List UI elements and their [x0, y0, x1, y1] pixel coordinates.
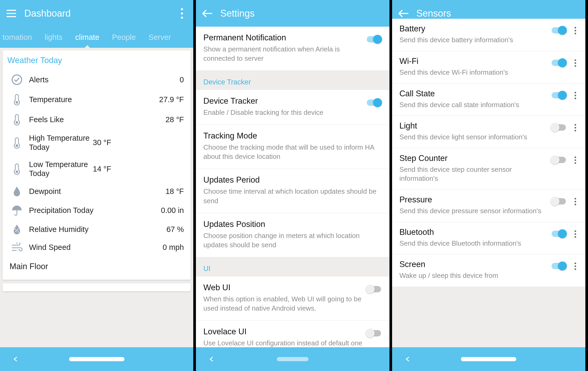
toggle-switch[interactable] — [551, 155, 567, 165]
sensor-light[interactable]: Light Send this device light sensor info… — [392, 116, 585, 148]
overflow-icon[interactable] — [571, 156, 580, 164]
toggle-switch[interactable] — [366, 329, 382, 338]
weather-row-low[interactable]: Low Temperature Today 14 °F — [7, 156, 186, 182]
overflow-icon[interactable] — [571, 124, 580, 132]
menu-icon[interactable] — [6, 8, 17, 19]
sensor-step-counter[interactable]: Step Counter Send this device step count… — [392, 148, 585, 190]
sensor-bluetooth[interactable]: Bluetooth Send this device Bluetooth inf… — [392, 222, 585, 255]
weather-label: Precipitation Today — [24, 206, 161, 215]
svg-point-27 — [575, 236, 576, 238]
sensor-title: Call State — [399, 89, 551, 98]
overflow-icon[interactable] — [571, 27, 580, 35]
svg-point-14 — [575, 95, 576, 96]
setting-updates-position[interactable]: Updates Position Choose position change … — [196, 213, 389, 257]
svg-point-2 — [16, 121, 18, 124]
weather-label: Temperature — [24, 95, 159, 104]
weather-row-wind[interactable]: Wind Speed 0 mph — [7, 239, 186, 256]
setting-title: Permanent Notification — [203, 33, 362, 42]
tab-lights[interactable]: lights — [38, 27, 69, 48]
tab-climate[interactable]: climate — [69, 27, 106, 48]
nav-home-pill[interactable] — [32, 357, 162, 361]
sensor-wifi[interactable]: Wi-Fi Send this device Wi-Fi information… — [392, 51, 585, 84]
overflow-icon[interactable] — [571, 92, 580, 99]
weather-label: Relative Humidity — [24, 225, 166, 234]
overflow-icon[interactable] — [571, 230, 580, 238]
overflow-icon[interactable] — [571, 262, 580, 270]
weather-row-alerts[interactable]: Alerts 0 — [7, 70, 186, 89]
sensor-battery[interactable]: Battery Send this device battery informa… — [392, 19, 585, 51]
toggle-switch[interactable] — [551, 123, 567, 132]
toggle-switch[interactable] — [551, 58, 567, 68]
svg-point-21 — [575, 162, 576, 164]
weather-row-humidity[interactable]: Relative Humidity 67 % — [7, 220, 186, 239]
tab-people[interactable]: People — [106, 27, 142, 48]
overflow-icon[interactable] — [571, 198, 580, 206]
svg-point-5 — [15, 229, 16, 230]
nav-back-icon[interactable] — [392, 356, 424, 362]
setting-updates-period[interactable]: Updates Period Choose time interval at w… — [196, 169, 389, 213]
toggle-switch[interactable] — [551, 91, 567, 100]
check-circle-icon — [9, 74, 24, 85]
settings-list[interactable]: Permanent Notification Show a permanent … — [196, 27, 389, 347]
setting-tracking-mode[interactable]: Tracking Mode Choose the tracking mode t… — [196, 125, 389, 169]
sensor-pressure[interactable]: Pressure Send this device pressure senso… — [392, 190, 585, 222]
sensors-list[interactable]: Battery Send this device battery informa… — [392, 19, 585, 347]
nav-home-pill[interactable] — [424, 357, 554, 361]
tab-server[interactable]: Server — [142, 27, 172, 48]
weather-row-temp[interactable]: Temperature 27.9 °F — [7, 89, 186, 110]
sensor-subtitle: Send this device pressure sensor informa… — [399, 207, 551, 216]
toggle-switch[interactable] — [366, 35, 382, 44]
weather-row-feels[interactable]: Feels Like 28 °F — [7, 110, 186, 130]
weather-label: Alerts — [24, 75, 180, 84]
nav-back-icon[interactable] — [196, 356, 228, 362]
svg-point-6 — [18, 231, 19, 232]
overflow-icon[interactable] — [176, 8, 187, 19]
nav-home-pill[interactable] — [228, 357, 358, 361]
toggle-switch[interactable] — [551, 26, 567, 35]
main-floor-label: Main Floor — [7, 256, 186, 273]
sensor-subtitle: Send this device call state information'… — [399, 101, 551, 110]
sensors-screen: Sensors Battery Send this device battery… — [392, 0, 588, 371]
toggle-switch[interactable] — [551, 197, 567, 206]
setting-title: Device Tracker — [203, 96, 362, 106]
svg-point-22 — [575, 198, 576, 199]
svg-point-11 — [575, 62, 576, 64]
sensor-title: Battery — [399, 24, 551, 34]
page-title: Settings — [220, 8, 383, 19]
android-navbar — [392, 347, 585, 371]
svg-point-17 — [575, 127, 576, 129]
tab-automation[interactable]: tomation — [2, 27, 38, 48]
sensor-call-state[interactable]: Call State Send this device call state i… — [392, 84, 585, 116]
page-title: Dashboard — [24, 8, 176, 19]
weather-row-precip[interactable]: Precipitation Today 0.00 in — [7, 201, 186, 220]
sensor-subtitle: Send this device battery information's — [399, 36, 551, 45]
toggle-switch[interactable] — [551, 229, 567, 239]
nav-back-icon[interactable] — [0, 356, 32, 362]
setting-subtitle: Use Lovelace UI configuration instead of… — [203, 339, 362, 347]
svg-point-12 — [575, 65, 576, 67]
svg-point-15 — [575, 98, 576, 99]
umbrella-icon — [9, 204, 24, 216]
sensor-title: Step Counter — [399, 154, 551, 163]
toggle-switch[interactable] — [366, 284, 382, 294]
weather-value: 0 mph — [163, 243, 184, 252]
toggle-switch[interactable] — [551, 261, 567, 271]
weather-value: 27.9 °F — [159, 95, 184, 104]
setting-permanent-notification[interactable]: Permanent Notification Show a permanent … — [196, 27, 389, 71]
weather-row-dew[interactable]: Dewpoint 18 °F — [7, 182, 186, 201]
sensor-screen[interactable]: Screen Wake up / sleep this device from — [392, 254, 585, 287]
setting-web-ui[interactable]: Web UI When this option is enabled, Web … — [196, 277, 389, 321]
svg-point-23 — [575, 201, 576, 202]
weather-value: 0.00 in — [161, 206, 184, 215]
card-title: Weather Today — [7, 56, 186, 65]
sensor-subtitle: Send this device light sensor informatio… — [399, 133, 551, 142]
back-arrow-icon[interactable] — [398, 8, 409, 19]
weather-row-high[interactable]: High Temperature Today 30 °F — [7, 130, 186, 156]
setting-device-tracker[interactable]: Device Tracker Enable / Disable tracking… — [196, 90, 389, 125]
setting-subtitle: When this option is enabled, Web UI will… — [203, 294, 362, 313]
overflow-icon[interactable] — [571, 59, 580, 67]
setting-lovelace-ui[interactable]: Lovelace UI Use Lovelace UI configuratio… — [196, 321, 389, 347]
back-arrow-icon[interactable] — [202, 8, 213, 19]
toggle-switch[interactable] — [366, 98, 382, 107]
svg-point-4 — [16, 170, 18, 173]
